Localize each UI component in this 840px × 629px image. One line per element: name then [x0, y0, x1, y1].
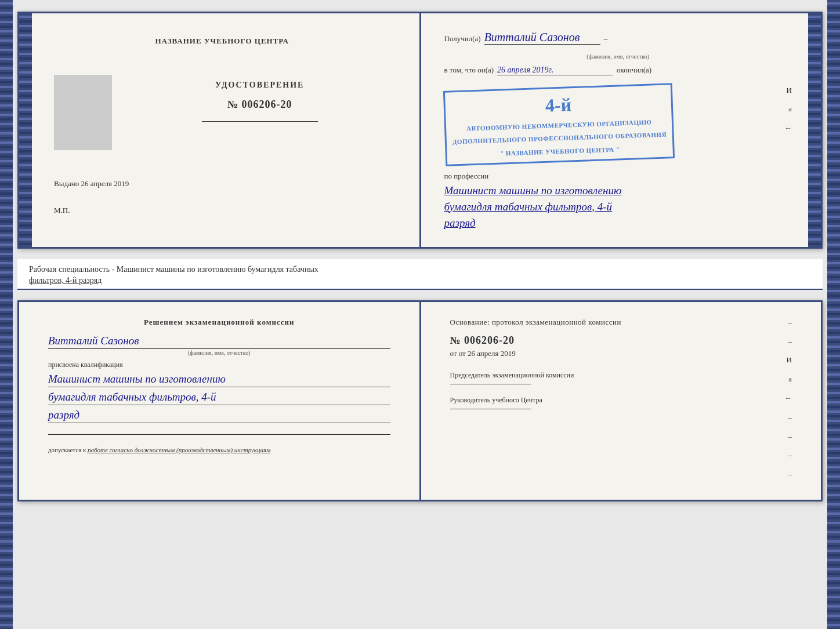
dopuskaetsya-text: работе согласно должностным (производств… — [88, 446, 270, 453]
cert-text-col: УДОСТОВЕРЕНИЕ № 006206-20 — [124, 63, 396, 126]
bottom-name-sub: (фамилия, имя, отчество) — [48, 350, 390, 356]
dash1-right: – — [788, 317, 792, 329]
profession-line2: бумагидля табачных фильтров, 4-й — [444, 201, 792, 213]
okonchil-label: окончил(а) — [617, 64, 651, 77]
bottom-left-strip — [0, 0, 13, 629]
cert-number: № 006206-20 — [227, 99, 292, 111]
vydano-line: Выдано 26 апреля 2019 — [54, 179, 129, 188]
date-handwritten: 26 апреля 2019г. — [497, 66, 613, 75]
poluchil-prefix: Получил(a) — [444, 33, 481, 45]
dash4-right: – — [788, 431, 792, 443]
bottom-date: от от 26 апреля 2019 — [450, 349, 779, 358]
predsedatel-label: Председатель экзаменационной комиссии — [450, 371, 574, 379]
right-strip — [808, 13, 821, 247]
arrow-label-bottom: ← — [784, 392, 792, 405]
cert-content-row: УДОСТОВЕРЕНИЕ № 006206-20 — [48, 63, 396, 150]
rukovoditel-role: Руководитель учебного Центра — [450, 395, 779, 409]
stamp-line3: " НАЗВАНИЕ УЧЕБНОГО ЦЕНТРА " — [499, 146, 620, 157]
i-label-right: И — [787, 85, 792, 97]
a-label-right: а — [788, 103, 792, 115]
vtom-row: в том, что он(а) 26 апреля 2019г. окончи… — [444, 64, 792, 81]
desc-text-main: Рабочая специальность - Машинист машины … — [29, 265, 318, 274]
cert-right-page: Получил(a) Витталий Сазонов – (фамилия, … — [421, 13, 821, 247]
bottom-right-page: Основание: протокол экзаменационной коми… — [421, 302, 821, 500]
desc-text-underlined: фильтров, 4-й разряд — [29, 276, 102, 285]
dopuskaetsya-prefix: допускается к — [48, 446, 86, 453]
qual-line2: бумагидля табачных фильтров, 4-й — [48, 391, 390, 403]
bottom-name: Витталий Сазонов — [48, 335, 390, 347]
stamp-number: 4-й — [545, 94, 571, 116]
dash6-right: – — [788, 468, 792, 481]
po-professii-label: по профессии — [444, 172, 792, 181]
profession-line1: Машинист машины по изготовлению — [444, 184, 792, 197]
recipient-name: Витталий Сазонов — [484, 31, 600, 45]
qual-line1: Машинист машины по изготовлению — [48, 373, 390, 386]
udostoverenie-label: УДОСТОВЕРЕНИЕ — [215, 81, 304, 90]
qual-line3: разряд — [48, 409, 390, 421]
dash-after-name: – — [604, 33, 608, 45]
v-tom-label: в том, что он(а) — [444, 64, 494, 77]
stamp-line2: ДОПОЛНИТЕЛЬНОГО ПРОФЕССИОНАЛЬНОГО ОБРАЗО… — [452, 130, 666, 145]
name-sublabel: (фамилия, имя, отчество) — [444, 53, 792, 60]
osnovanie-label: Основание: протокол экзаменационной коми… — [450, 317, 779, 329]
resheniem-title: Решением экзаменационной комиссии — [48, 317, 390, 329]
center-title: НАЗВАНИЕ УЧЕБНОГО ЦЕНТРА — [155, 37, 289, 46]
ot-prefix: от — [450, 349, 457, 358]
dash5-right: – — [788, 449, 792, 461]
cert-left-page: НАЗВАНИЕ УЧЕБНОГО ЦЕНТРА УДОСТОВЕРЕНИЕ №… — [19, 13, 421, 247]
dopuskaetsya-row: допускается к работе согласно должностны… — [48, 446, 390, 453]
stamp-block: 4-й АВТОНОМНУЮ НЕКОММЕРЧЕСКУЮ ОРГАНИЗАЦИ… — [443, 83, 675, 166]
rukovoditel-sig-line — [450, 409, 531, 409]
i-label-bottom: И — [787, 354, 792, 366]
bottom-booklet: Решением экзаменационной комиссии Виттал… — [17, 300, 823, 501]
predsedatel-sig-line — [450, 384, 531, 384]
horiz-divider — [202, 121, 318, 122]
poluchil-row: Получил(a) Витталий Сазонов – — [444, 31, 792, 50]
photo-placeholder — [54, 75, 112, 150]
predsedatel-role: Председатель экзаменационной комиссии — [450, 370, 779, 384]
bottom-right-strip — [827, 0, 840, 629]
prisvoena-label: присвоена квалификация — [48, 361, 390, 369]
mp-label: М.П. — [54, 206, 70, 215]
rukovoditel-label: Руководитель учебного Центра — [450, 396, 542, 404]
description-bar: Рабочая специальность - Машинист машины … — [17, 259, 823, 290]
bottom-number: № 006206-20 — [450, 335, 779, 347]
stamp-line1: АВТОНОМНУЮ НЕКОММЕРЧЕСКУЮ ОРГАНИЗАЦИЮ — [466, 118, 651, 132]
dash2-right: – — [788, 336, 792, 348]
ot-date: от 26 апреля 2019 — [459, 349, 516, 358]
dash3-right: – — [788, 412, 792, 424]
top-booklet: НАЗВАНИЕ УЧЕБНОГО ЦЕНТРА УДОСТОВЕРЕНИЕ №… — [17, 12, 823, 249]
a-label-bottom: а — [788, 373, 792, 386]
bottom-left-page: Решением экзаменационной комиссии Виттал… — [19, 302, 421, 500]
profession-line3: разряд — [444, 217, 792, 230]
vydano-text: Выдано 26 апреля 2019 — [54, 179, 129, 188]
arrow-label-right: ← — [784, 122, 792, 134]
